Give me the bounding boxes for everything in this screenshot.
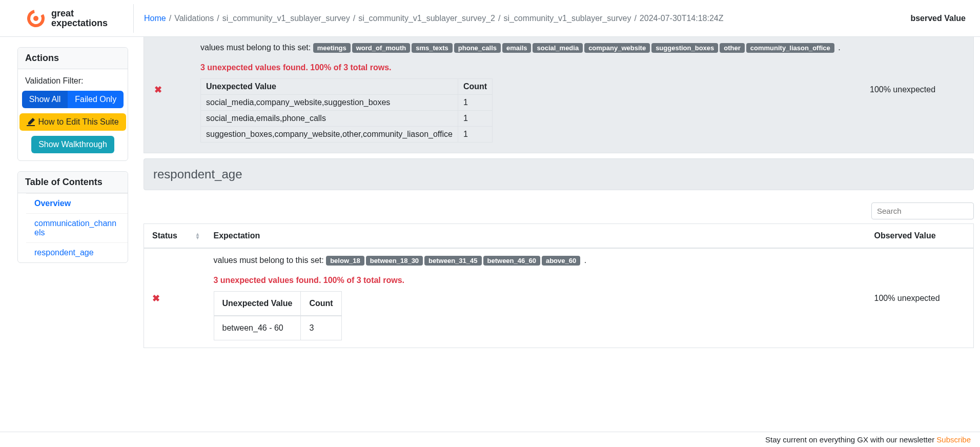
error-summary: 3 unexpected values found. 100% of 3 tot…: [214, 276, 858, 285]
col-expectation[interactable]: Expectation: [206, 224, 866, 249]
table-row: between_46 - 603: [214, 316, 341, 340]
breadcrumb-item: 2024-07-30T14:18:24Z: [640, 14, 724, 23]
toc-communication-channels[interactable]: communication_channels: [26, 213, 128, 242]
value-set-statement: values must belong to this set: meetings…: [200, 43, 854, 55]
value-pill: phone_calls: [454, 43, 501, 53]
expectation-cell: values must belong to this set: meetings…: [200, 37, 864, 143]
value-pill: between_31_45: [424, 256, 481, 266]
unexpected-values-table: Unexpected Value Count between_46 - 603: [214, 291, 342, 340]
validation-filter-group: Show All Failed Only: [22, 91, 124, 108]
fail-icon: ✖: [152, 293, 160, 303]
section-respondent-age-title: respondent_age: [144, 158, 974, 190]
value-pill: sms_texts: [412, 43, 453, 53]
breadcrumb-home[interactable]: Home: [144, 14, 166, 23]
expectations-table: Status ▲▼ Expectation Observed Value ✖ v…: [144, 223, 974, 348]
value-pill: above_60: [542, 256, 580, 266]
col-count: Count: [301, 292, 341, 316]
sort-icon: ▲▼: [195, 232, 200, 239]
col-observed-value[interactable]: Observed Value: [866, 224, 974, 249]
col-unexpected-value: Unexpected Value: [201, 79, 458, 95]
logo[interactable]: great expectations: [0, 8, 133, 29]
value-pill: emails: [502, 43, 531, 53]
value-pill: between_46_60: [483, 256, 540, 266]
svg-point-1: [33, 16, 38, 21]
actions-card: Actions Validation Filter: Show All Fail…: [17, 47, 128, 161]
how-to-edit-label: How to Edit This Suite: [38, 117, 118, 127]
how-to-edit-button[interactable]: How to Edit This Suite: [19, 113, 126, 131]
toc-overview[interactable]: Overview: [26, 193, 128, 213]
table-row: social_media,emails,phone_calls1: [201, 111, 493, 127]
show-walkthrough-button[interactable]: Show Walkthrough: [31, 136, 114, 153]
toc-respondent-age[interactable]: respondent_age: [26, 242, 128, 262]
main: ✖ values must belong to this set: meetin…: [144, 37, 980, 358]
sidebar: Actions Validation Filter: Show All Fail…: [0, 37, 144, 358]
expectation-block-communication-channels: ✖ values must belong to this set: meetin…: [144, 37, 974, 153]
value-pill: social_media: [533, 43, 583, 53]
value-pill: other: [720, 43, 745, 53]
show-all-button[interactable]: Show All: [22, 91, 68, 108]
breadcrumb-item: Validations: [174, 14, 214, 23]
validation-filter-label: Validation Filter:: [25, 76, 120, 86]
value-pill: below_18: [326, 256, 364, 266]
value-pill: between_18_30: [366, 256, 423, 266]
observed-value-header-fragment: bserved Value: [910, 14, 980, 23]
table-row: social_media,company_website,suggestion_…: [201, 95, 493, 111]
failed-only-button[interactable]: Failed Only: [68, 91, 124, 108]
logo-text-line2: expectations: [51, 18, 108, 28]
breadcrumb: Home / Validations / si_community_v1_sub…: [133, 4, 910, 33]
search-input[interactable]: [871, 202, 974, 219]
edit-icon: [27, 118, 35, 126]
topbar: great expectations Home / Validations / …: [0, 0, 980, 37]
value-set-statement: values must belong to this set: below_18…: [214, 256, 858, 268]
toc-card: Table of Contents Overview communication…: [17, 171, 128, 263]
status-cell: ✖: [151, 37, 200, 143]
value-pill: word_of_mouth: [352, 43, 411, 53]
toc-title: Table of Contents: [18, 172, 128, 193]
logo-text: great expectations: [51, 9, 108, 28]
breadcrumb-item: si_community_v1_sublayer_survey: [503, 14, 631, 23]
logo-text-line1: great: [51, 9, 108, 18]
breadcrumb-item: si_community_v1_sublayer_survey: [222, 14, 350, 23]
value-set-prefix: values must belong to this set:: [214, 256, 326, 265]
observed-value-cell: 100% unexpected: [864, 37, 966, 143]
table-row: suggestion_boxes,company_website,other,c…: [201, 127, 493, 143]
value-pill: suggestion_boxes: [651, 43, 718, 53]
expectation-cell: values must belong to this set: below_18…: [206, 248, 866, 348]
value-pill: community_liason_office: [746, 43, 834, 53]
value-pill: meetings: [313, 43, 351, 53]
value-set-prefix: values must belong to this set:: [200, 43, 313, 52]
breadcrumb-item: si_community_v1_sublayer_survey_2: [358, 14, 495, 23]
unexpected-values-table: Unexpected Value Count social_media,comp…: [200, 78, 493, 143]
col-unexpected-value: Unexpected Value: [214, 292, 301, 316]
actions-title: Actions: [18, 48, 128, 69]
status-cell: ✖: [144, 248, 206, 348]
observed-value-cell: 100% unexpected: [866, 248, 974, 348]
logo-icon: [26, 8, 46, 29]
col-status[interactable]: Status ▲▼: [144, 224, 206, 249]
fail-icon: ✖: [154, 84, 162, 95]
value-pill: company_website: [584, 43, 650, 53]
error-summary: 3 unexpected values found. 100% of 3 tot…: [200, 63, 854, 72]
table-row: ✖ values must belong to this set: below_…: [144, 248, 974, 348]
col-count: Count: [458, 79, 492, 95]
